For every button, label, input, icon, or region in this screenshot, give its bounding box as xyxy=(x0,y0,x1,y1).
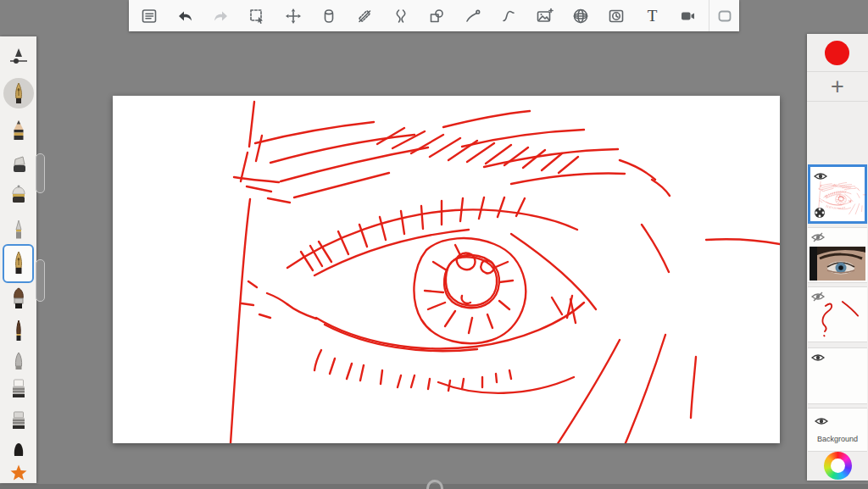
brush-opacity-slider-handle[interactable] xyxy=(36,259,45,302)
visibility-off-icon[interactable] xyxy=(811,231,826,242)
brush-size-slider-handle[interactable] xyxy=(36,153,45,193)
menu-icon[interactable] xyxy=(136,3,162,29)
panel-divider xyxy=(807,101,868,102)
brush-settings-icon[interactable] xyxy=(0,47,36,69)
layer-item-squiggle[interactable] xyxy=(808,286,867,342)
layer-squiggle-thumbnail xyxy=(810,297,865,340)
shapes-icon[interactable] xyxy=(424,3,449,29)
perspective-icon[interactable] xyxy=(568,3,593,29)
brush-flat-marker[interactable] xyxy=(0,410,36,432)
eye-sketch-drawing xyxy=(113,96,780,443)
drawing-canvas[interactable] xyxy=(113,96,780,443)
curve-icon[interactable] xyxy=(496,3,521,29)
text-tool-glyph: T xyxy=(648,8,658,24)
fill-icon[interactable] xyxy=(316,3,342,29)
brush-highlight-circle xyxy=(3,78,34,108)
selection-icon[interactable] xyxy=(244,3,270,29)
visibility-on-icon[interactable] xyxy=(815,414,829,425)
layer-item-sketch[interactable] xyxy=(808,164,867,224)
brush-smudge[interactable] xyxy=(0,441,36,458)
brush-airbrush-large[interactable] xyxy=(0,184,36,206)
guides-icon[interactable] xyxy=(352,3,377,29)
toolbar-main-group: T xyxy=(129,0,709,31)
brush-flat-eraser[interactable] xyxy=(0,377,36,401)
bottom-drag-handle[interactable] xyxy=(426,480,443,489)
fullscreen-icon[interactable] xyxy=(712,3,737,29)
favorites-star-icon[interactable] xyxy=(0,463,36,483)
predictive-stroke-icon[interactable] xyxy=(460,3,486,29)
brush-chisel-marker[interactable] xyxy=(0,154,36,175)
camera-icon[interactable] xyxy=(676,3,701,29)
top-toolbar: T xyxy=(129,0,739,31)
brush-detail-brush[interactable] xyxy=(0,319,36,342)
brush-airbrush-pen[interactable] xyxy=(0,218,36,242)
layers-panel: + xyxy=(807,34,868,481)
layer-options-icon[interactable] xyxy=(814,207,826,219)
transform-icon[interactable] xyxy=(281,3,306,29)
add-layer-button[interactable]: + xyxy=(807,72,868,101)
color-wheel-center xyxy=(831,458,845,473)
import-image-icon[interactable] xyxy=(531,3,557,29)
active-color-swatch[interactable] xyxy=(825,41,849,65)
brush-fountain-pen-selected[interactable] xyxy=(3,244,34,283)
layer-item-photo[interactable] xyxy=(808,227,867,283)
brush-palette xyxy=(0,36,36,483)
brush-round-paintbrush[interactable] xyxy=(0,286,36,311)
layer-item-empty[interactable] xyxy=(808,347,867,404)
redo-icon[interactable] xyxy=(209,3,234,29)
visibility-on-icon[interactable] xyxy=(814,169,828,181)
layer-photo-thumbnail xyxy=(810,247,865,281)
add-layer-label: + xyxy=(831,75,844,98)
brush-pencil[interactable] xyxy=(0,119,36,142)
layer-item-background[interactable]: Background xyxy=(808,408,867,452)
brush-inking-pen[interactable] xyxy=(0,78,36,108)
symmetry-icon[interactable] xyxy=(388,3,414,29)
brush-soft-brush[interactable] xyxy=(0,351,36,371)
time-lapse-icon[interactable] xyxy=(604,3,629,29)
color-wheel-button[interactable] xyxy=(824,452,852,480)
undo-icon[interactable] xyxy=(172,3,198,29)
visibility-on-icon[interactable] xyxy=(811,351,826,362)
background-layer-label: Background xyxy=(808,435,867,443)
text-tool-icon[interactable]: T xyxy=(639,3,665,29)
